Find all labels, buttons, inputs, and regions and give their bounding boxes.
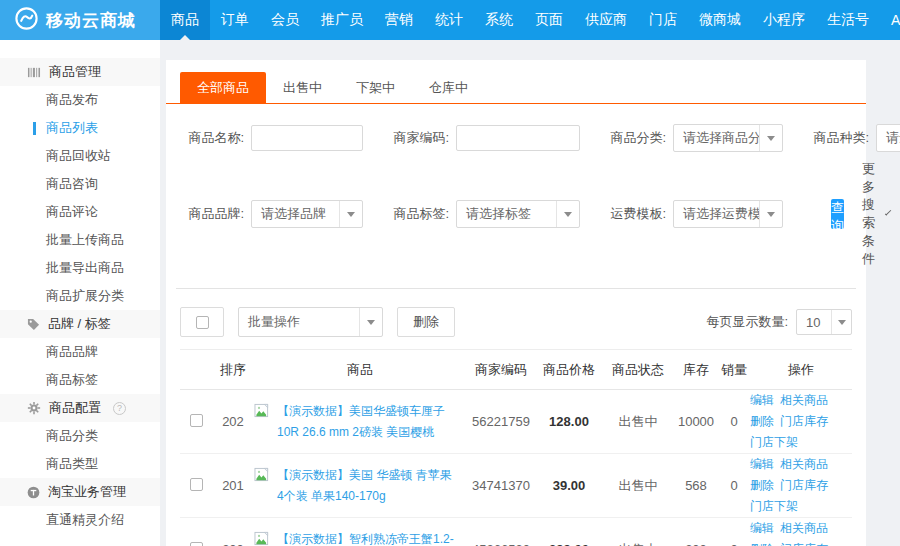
- product-title-link[interactable]: 【演示数据】美国华盛顿车厘子10R 26.6 mm 2磅装 美国樱桃: [277, 401, 458, 442]
- tab-仓库中[interactable]: 仓库中: [412, 72, 485, 103]
- nav-item-商品[interactable]: 商品: [160, 0, 210, 40]
- column-header-库存: 库存: [674, 350, 718, 390]
- nav-item-订单[interactable]: 订单: [210, 0, 260, 40]
- cell-actions: 编辑相关商品删除门店库存门店下架: [750, 390, 852, 454]
- sidebar-item-商品咨询[interactable]: 商品咨询: [0, 170, 160, 198]
- action-link-门店库存[interactable]: 门店库存: [780, 542, 828, 546]
- row-checkbox[interactable]: [190, 542, 203, 546]
- sidebar-item-商品扩展分类[interactable]: 商品扩展分类: [0, 282, 160, 310]
- filter-select[interactable]: 请选择商品分类: [673, 124, 783, 152]
- sidebar-group-淘宝业务管理[interactable]: 淘宝业务管理: [0, 478, 160, 506]
- page-size-select[interactable]: 10: [796, 309, 852, 335]
- sidebar-item-商品发布[interactable]: 商品发布: [0, 86, 160, 114]
- delete-button[interactable]: 删除: [397, 307, 455, 337]
- broken-image-icon: [254, 531, 270, 546]
- status-tabs: 全部商品出售中下架中仓库中: [166, 60, 866, 104]
- page-size-label: 每页显示数量:: [706, 313, 788, 331]
- action-link-门店库存[interactable]: 门店库存: [780, 478, 828, 492]
- tag-icon: [27, 318, 40, 331]
- sidebar-group-商品配置[interactable]: 商品配置?: [0, 394, 160, 422]
- product-title-link[interactable]: 【演示数据】智利熟冻帝王蟹1.2-1.4kg: [277, 529, 458, 546]
- cell-stock: 568: [674, 454, 718, 518]
- nav-item-系统[interactable]: 系统: [474, 0, 524, 40]
- cell-checkbox: [180, 390, 212, 454]
- action-link-编辑[interactable]: 编辑: [750, 393, 774, 407]
- filter-select[interactable]: 请选择品牌: [251, 200, 363, 228]
- select-value: 请选择运费模板: [674, 205, 759, 223]
- nav-item-会员[interactable]: 会员: [260, 0, 310, 40]
- sidebar-item-批量上传商品[interactable]: 批量上传商品: [0, 226, 160, 254]
- cell-price: 128.00: [536, 390, 602, 454]
- product-title-link[interactable]: 【演示数据】美国 华盛顿 青苹果4个装 单果140-170g: [277, 465, 458, 506]
- select-value: 请选择品牌: [252, 205, 339, 223]
- select-all-checkbox[interactable]: [180, 307, 224, 337]
- sidebar-item-商品标签[interactable]: 商品标签: [0, 366, 160, 394]
- page-size-control: 每页显示数量: 10: [706, 309, 852, 335]
- sidebar-group-商品管理[interactable]: 商品管理: [0, 58, 160, 86]
- sidebar-group-label: 商品配置: [49, 399, 101, 417]
- nav-menu: 商品订单会员推广员营销统计系统页面供应商门店微商城小程序生活号App: [160, 0, 900, 40]
- action-link-门店下架[interactable]: 门店下架: [750, 435, 798, 449]
- nav-item-供应商[interactable]: 供应商: [574, 0, 638, 40]
- tab-下架中[interactable]: 下架中: [339, 72, 412, 103]
- sidebar-item-批量导出商品[interactable]: 批量导出商品: [0, 254, 160, 282]
- row-checkbox[interactable]: [190, 478, 203, 491]
- nav-item-生活号[interactable]: 生活号: [816, 0, 880, 40]
- tab-全部商品[interactable]: 全部商品: [180, 72, 266, 103]
- action-link-编辑[interactable]: 编辑: [750, 521, 774, 535]
- filter-select[interactable]: 请选择标签: [456, 200, 580, 228]
- sidebar-item-商品回收站[interactable]: 商品回收站: [0, 142, 160, 170]
- filter-input[interactable]: [251, 125, 363, 151]
- filter-select[interactable]: 请选择: [876, 124, 900, 152]
- sidebar-item-商品列表[interactable]: 商品列表: [0, 114, 160, 142]
- action-link-删除[interactable]: 删除: [750, 414, 774, 428]
- action-link-相关商品[interactable]: 相关商品: [780, 457, 828, 471]
- action-link-相关商品[interactable]: 相关商品: [780, 521, 828, 535]
- column-header-操作: 操作: [750, 350, 852, 390]
- filter-select[interactable]: 请选择运费模板: [673, 200, 783, 228]
- nav-item-微商城[interactable]: 微商城: [688, 0, 752, 40]
- nav-item-App[interactable]: App: [880, 0, 900, 40]
- column-header-商家编码: 商家编码: [466, 350, 536, 390]
- cell-sort: 200: [212, 518, 254, 546]
- search-button[interactable]: 查询: [831, 199, 844, 229]
- tab-出售中[interactable]: 出售中: [266, 72, 339, 103]
- action-link-删除[interactable]: 删除: [750, 478, 774, 492]
- checkbox-icon: [196, 316, 209, 329]
- sidebar-item-商品类型[interactable]: 商品类型: [0, 450, 160, 478]
- sidebar: 商品管理商品发布商品列表商品回收站商品咨询商品评论批量上传商品批量导出商品商品扩…: [0, 40, 160, 546]
- action-link-门店下架[interactable]: 门店下架: [750, 499, 798, 513]
- sidebar-item-商品品牌[interactable]: 商品品牌: [0, 338, 160, 366]
- cell-checkbox: [180, 454, 212, 518]
- help-icon[interactable]: ?: [113, 402, 126, 415]
- taobao-icon: [27, 486, 40, 499]
- nav-item-小程序[interactable]: 小程序: [752, 0, 816, 40]
- chevron-down-icon: [556, 201, 579, 227]
- sidebar-group-品牌 / 标签[interactable]: 品牌 / 标签: [0, 310, 160, 338]
- action-link-门店库存[interactable]: 门店库存: [780, 414, 828, 428]
- batch-action-select[interactable]: 批量操作: [238, 307, 383, 337]
- sidebar-item-直通精灵介绍[interactable]: 直通精灵介绍: [0, 506, 160, 534]
- select-value: 请选择标签: [457, 205, 556, 223]
- filter-group: 商家编码:: [385, 125, 580, 151]
- action-link-相关商品[interactable]: 相关商品: [780, 393, 828, 407]
- row-checkbox[interactable]: [190, 414, 203, 427]
- cell-sales: 0: [718, 454, 750, 518]
- filter-input[interactable]: [456, 125, 580, 151]
- filter-row-1: 商品名称:商家编码:商品分类:请选择商品分类商品种类:请选择: [180, 124, 852, 152]
- filter-label: 商品标签:: [385, 205, 449, 223]
- sidebar-item-商品分类[interactable]: 商品分类: [0, 422, 160, 450]
- sidebar-item-商品评论[interactable]: 商品评论: [0, 198, 160, 226]
- more-search-link[interactable]: 更多搜索条件: [862, 160, 889, 268]
- nav-item-页面[interactable]: 页面: [524, 0, 574, 40]
- nav-item-推广员[interactable]: 推广员: [310, 0, 374, 40]
- filter-panel: 商品名称:商家编码:商品分类:请选择商品分类商品种类:请选择 商品品牌:请选择品…: [166, 104, 866, 288]
- filter-label: 商品种类:: [805, 129, 869, 147]
- nav-item-统计[interactable]: 统计: [424, 0, 474, 40]
- action-link-删除[interactable]: 删除: [750, 542, 774, 546]
- logo-icon: [14, 6, 39, 35]
- nav-item-营销[interactable]: 营销: [374, 0, 424, 40]
- action-link-编辑[interactable]: 编辑: [750, 457, 774, 471]
- cell-code: 34741370: [466, 454, 536, 518]
- nav-item-门店[interactable]: 门店: [638, 0, 688, 40]
